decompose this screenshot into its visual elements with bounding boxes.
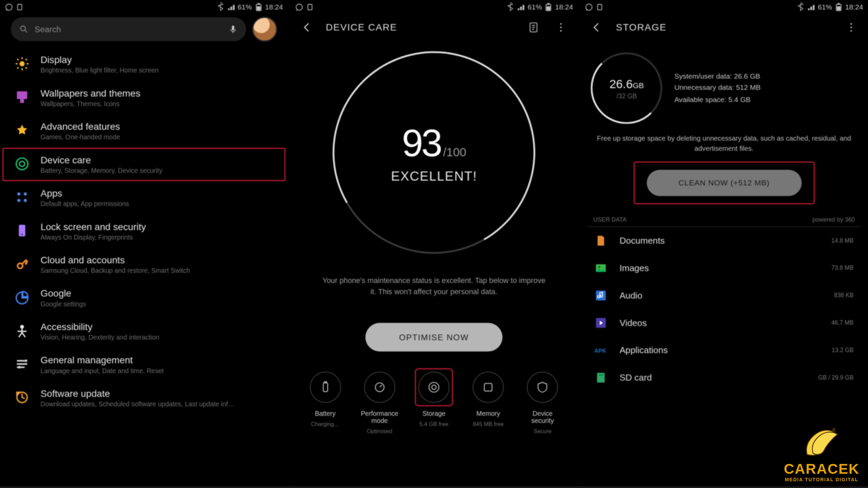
whatsapp-icon xyxy=(585,3,593,12)
cat-size: 46.7 MB xyxy=(831,319,853,326)
storage-cat-audio[interactable]: Audio838 KB xyxy=(587,282,861,309)
storage-cat-documents[interactable]: Documents14.8 MB xyxy=(587,227,861,254)
storage-cat-applications[interactable]: APKApplications13.2 GB xyxy=(587,336,861,364)
tab-sub: 5.4 GB free xyxy=(419,420,448,427)
cat-label: Documents xyxy=(619,235,820,245)
tab-icon xyxy=(310,371,341,402)
svg-point-15 xyxy=(24,199,27,202)
bluetooth-icon xyxy=(796,3,805,12)
row-icon xyxy=(14,156,30,172)
settings-row-wallpapers-and-themes[interactable]: Wallpapers and themesWallpapers, Themes,… xyxy=(0,81,288,114)
tab-memory[interactable]: Memory845 MB free xyxy=(466,368,510,434)
svg-rect-3 xyxy=(257,3,259,4)
row-title: Advanced features xyxy=(41,122,120,133)
settings-row-display[interactable]: DisplayBrightness, Blue light filter, Ho… xyxy=(0,48,288,81)
settings-row-apps[interactable]: AppsDefault apps, App permissions xyxy=(0,181,288,214)
svg-point-21 xyxy=(18,366,21,369)
back-button[interactable] xyxy=(589,19,605,36)
row-subtitle: Language and input, Date and time, Reset xyxy=(41,367,164,374)
overflow-icon[interactable] xyxy=(843,19,860,36)
clean-now-button[interactable]: CLEAN NOW (+512 MB) xyxy=(647,169,802,196)
storage-total: /32 GB xyxy=(616,92,637,99)
cat-icon: APK xyxy=(594,343,608,357)
score-max: /100 xyxy=(443,145,466,159)
score-label: EXCELLENT! xyxy=(391,169,477,184)
battery-icon xyxy=(834,3,843,12)
svg-point-43 xyxy=(850,23,852,25)
tab-label: Storage xyxy=(422,410,446,417)
tab-icon xyxy=(473,371,504,402)
settings-row-general-management[interactable]: General managementLanguage and input, Da… xyxy=(0,348,288,381)
svg-point-44 xyxy=(850,27,852,28)
row-subtitle: Download updates, Scheduled software upd… xyxy=(41,400,235,407)
row-title: Accessibility xyxy=(41,322,159,332)
svg-point-19 xyxy=(20,325,24,329)
svg-point-11 xyxy=(19,161,24,166)
signal-icon xyxy=(227,3,235,12)
tab-label: Battery xyxy=(315,410,336,417)
row-subtitle: Vision, Hearing, Dexterity and interacti… xyxy=(41,333,159,341)
settings-row-device-care[interactable]: Device careBattery, Storage, Memory, Dev… xyxy=(2,148,285,181)
row-title: Lock screen and security xyxy=(41,222,146,232)
tab-storage[interactable]: Storage5.4 GB free xyxy=(412,368,456,434)
category-list: Documents14.8 MBImages73.8 MBAudio838 KB… xyxy=(587,227,861,391)
cat-icon xyxy=(594,234,608,247)
page-title: STORAGE xyxy=(616,22,667,33)
mic-icon[interactable] xyxy=(228,24,238,34)
battery-pct: 61% xyxy=(528,3,542,12)
storage-cat-videos[interactable]: Videos46.7 MB xyxy=(587,309,861,337)
row-icon xyxy=(14,356,30,372)
back-button[interactable] xyxy=(298,19,315,36)
cat-label: Videos xyxy=(619,318,820,328)
settings-row-cloud-and-accounts[interactable]: Cloud and accountsSamsung Cloud, Backup … xyxy=(0,248,288,281)
profile-avatar[interactable] xyxy=(252,17,277,42)
settings-row-accessibility[interactable]: AccessibilityVision, Hearing, Dexterity … xyxy=(0,314,288,348)
tab-performance-mode[interactable]: Performance modeOptimised xyxy=(357,368,401,434)
bluetooth-icon xyxy=(216,3,224,12)
settings-row-software-update[interactable]: Software updateDownload updates, Schedul… xyxy=(0,381,288,414)
storage-breakdown: System/user data: 26.6 GB Unnecessary da… xyxy=(674,71,761,105)
tab-icon xyxy=(364,371,395,402)
svg-point-14 xyxy=(17,199,21,202)
cat-icon xyxy=(594,316,608,329)
row-title: Apps xyxy=(41,188,129,199)
battery-pct: 61% xyxy=(818,3,832,12)
history-icon[interactable] xyxy=(525,19,542,36)
svg-point-20 xyxy=(25,360,27,362)
tab-sub: Secure xyxy=(534,428,552,434)
notification-icon xyxy=(305,3,314,12)
cat-icon xyxy=(594,261,608,274)
search-input[interactable]: Search xyxy=(11,17,246,41)
settings-row-lock-screen-and-security[interactable]: Lock screen and securityAlways On Displa… xyxy=(0,215,288,248)
status-bar: 61% 18:24 xyxy=(580,0,868,14)
svg-rect-6 xyxy=(232,26,234,30)
svg-rect-32 xyxy=(323,383,328,391)
user-data-header: USER DATA powered by 360 xyxy=(587,214,861,227)
cat-size: 13.2 GB xyxy=(832,347,854,353)
svg-point-31 xyxy=(560,30,562,32)
storage-cat-images[interactable]: Images73.8 MB xyxy=(587,254,861,282)
svg-point-5 xyxy=(21,26,25,31)
optimise-button[interactable]: OPTIMISE NOW xyxy=(366,323,502,351)
clock: 18:24 xyxy=(265,3,283,12)
overflow-icon[interactable] xyxy=(553,19,569,36)
tab-battery[interactable]: BatteryCharging… xyxy=(303,368,347,434)
storage-cat-sd-card[interactable]: SD cardGB / 29.9 GB xyxy=(587,364,861,391)
svg-point-13 xyxy=(24,192,27,196)
status-bar: 61% 18:24 xyxy=(0,0,288,14)
notification-icon xyxy=(596,3,604,12)
svg-rect-24 xyxy=(308,4,312,10)
svg-rect-26 xyxy=(548,3,550,4)
settings-row-google[interactable]: GoogleGoogle settings xyxy=(0,281,288,314)
svg-rect-33 xyxy=(324,382,326,383)
tab-device-security[interactable]: Device securitySecure xyxy=(520,368,565,434)
settings-row-advanced-features[interactable]: Advanced featuresGames, One-handed mode xyxy=(0,115,288,148)
score-ring: 93/100 EXCELLENT! xyxy=(310,28,558,277)
status-bar: 61% 18:24 xyxy=(290,0,578,14)
row-icon xyxy=(14,56,30,72)
page-title: DEVICE CARE xyxy=(326,22,397,33)
watermark: CARACEK MEDIA TUTORIAL DIGITAL xyxy=(784,425,860,483)
storage-summary: 26.6GB /32 GB System/user data: 26.6 GB … xyxy=(587,48,861,134)
svg-rect-9 xyxy=(20,99,24,103)
row-icon xyxy=(14,223,30,238)
